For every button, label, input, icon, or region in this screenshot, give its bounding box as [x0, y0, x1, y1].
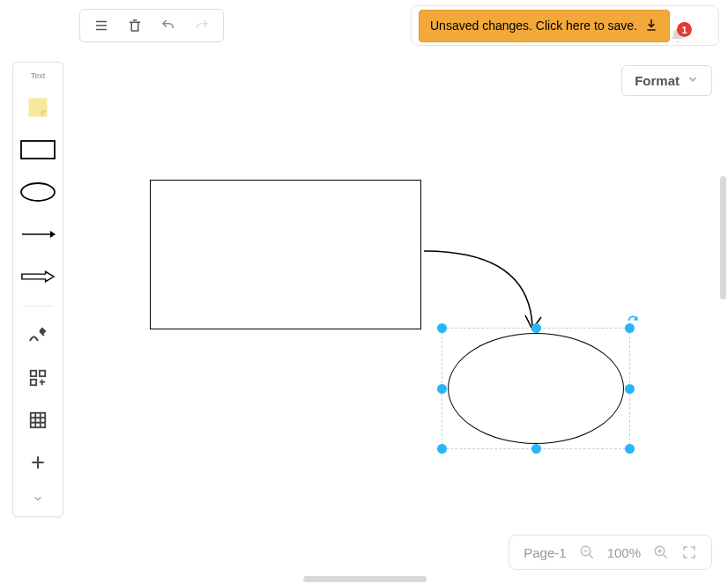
- tool-plus-icon[interactable]: [20, 447, 56, 477]
- menu-icon[interactable]: [93, 17, 110, 34]
- chevron-down-icon: [687, 73, 699, 88]
- zoom-level[interactable]: 100%: [607, 545, 641, 560]
- save-banner-text: Unsaved changes. Click here to save.: [430, 18, 637, 33]
- redo-icon[interactable]: [193, 17, 211, 34]
- resize-handle-mr[interactable]: [625, 384, 635, 394]
- save-banner[interactable]: Unsaved changes. Click here to save.: [419, 10, 670, 42]
- tool-freehand-icon[interactable]: [20, 321, 56, 351]
- notifications-button[interactable]: 1: [669, 27, 687, 48]
- format-label: Format: [635, 73, 680, 88]
- trash-icon[interactable]: [126, 17, 144, 34]
- chevron-down-icon[interactable]: [20, 490, 56, 507]
- resize-handle-tl[interactable]: [437, 323, 447, 333]
- page-label[interactable]: Page-1: [524, 545, 566, 560]
- horizontal-scrollbar[interactable]: [303, 576, 427, 582]
- shapes-sidebar: Text: [12, 62, 63, 517]
- resize-handle-tm[interactable]: [531, 323, 541, 333]
- shape-arrow-thin[interactable]: [20, 219, 56, 249]
- shape-sticky-note[interactable]: [20, 92, 56, 122]
- svg-rect-5: [31, 380, 36, 385]
- resize-handle-ml[interactable]: [437, 384, 447, 394]
- undo-icon[interactable]: [160, 17, 177, 34]
- shape-text[interactable]: Text: [31, 71, 46, 80]
- shape-arrow-open[interactable]: [20, 262, 56, 292]
- vertical-scrollbar[interactable]: [720, 176, 726, 299]
- tool-add-shapes-icon[interactable]: [20, 363, 56, 393]
- canvas-rectangle[interactable]: [150, 180, 421, 329]
- resize-handle-br[interactable]: [625, 444, 635, 454]
- resize-handle-bl[interactable]: [437, 444, 447, 454]
- format-button[interactable]: Format: [621, 65, 712, 96]
- zoom-in-icon[interactable]: [653, 544, 669, 560]
- selection-box: [442, 328, 630, 449]
- resize-handle-bm[interactable]: [531, 444, 541, 454]
- svg-rect-4: [31, 371, 36, 376]
- status-bar: Page-1 100%: [509, 535, 712, 570]
- resize-handle-tr[interactable]: [625, 323, 635, 333]
- shape-ellipse[interactable]: [20, 177, 56, 207]
- zoom-out-icon[interactable]: [579, 544, 595, 560]
- header-right-wrap: Unsaved changes. Click here to save. 1: [411, 5, 719, 46]
- svg-rect-1: [21, 141, 55, 159]
- tool-grid-icon[interactable]: [20, 405, 56, 435]
- notification-badge: 1: [677, 22, 692, 37]
- svg-rect-7: [31, 413, 46, 428]
- divider: [23, 306, 53, 307]
- svg-rect-6: [40, 371, 45, 376]
- shape-rectangle[interactable]: [20, 135, 56, 165]
- fullscreen-icon[interactable]: [681, 544, 697, 560]
- top-toolbar: [79, 9, 224, 42]
- svg-point-2: [21, 183, 55, 201]
- svg-rect-0: [29, 99, 48, 117]
- download-icon: [644, 18, 658, 34]
